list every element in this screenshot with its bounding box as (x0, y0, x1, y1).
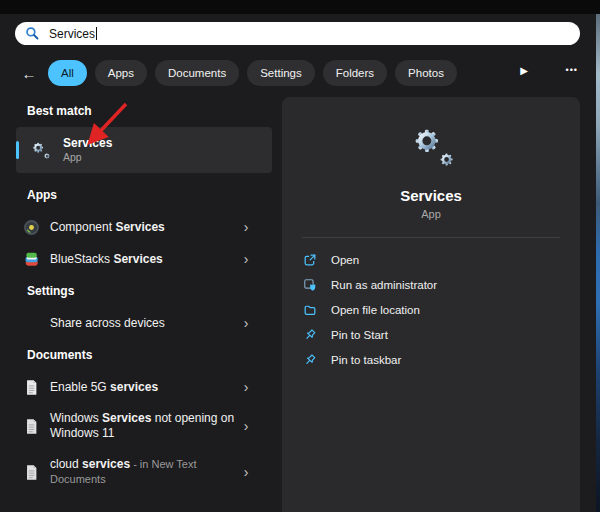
document-icon (22, 418, 40, 435)
open-external-icon (302, 252, 318, 268)
search-filter-bar: ← All Apps Documents Settings Folders Ph… (0, 59, 600, 87)
tab-documents[interactable]: Documents (155, 60, 239, 86)
window-top-edge (0, 0, 600, 14)
detail-subtitle: App (282, 208, 580, 220)
best-match-result-services[interactable]: Services App (16, 127, 272, 173)
action-run-as-administrator[interactable]: Run as administrator (282, 272, 580, 297)
search-input[interactable]: Services (15, 22, 580, 45)
action-label: Run as administrator (331, 279, 437, 291)
tab-settings[interactable]: Settings (247, 60, 315, 86)
result-label: Component Services (50, 220, 238, 235)
tab-apps[interactable]: Apps (95, 60, 147, 86)
action-label: Open (331, 254, 359, 266)
section-heading-best-match: Best match (10, 103, 274, 119)
component-services-icon (22, 219, 40, 236)
action-open-file-location[interactable]: Open file location (282, 297, 580, 322)
action-label: Pin to taskbar (331, 354, 401, 366)
back-button[interactable]: ← (18, 65, 40, 82)
run-as-admin-icon (302, 277, 318, 293)
filter-pills: All Apps Documents Settings Folders Phot… (48, 60, 457, 86)
tab-photos[interactable]: Photos (395, 60, 457, 86)
result-label: Enable 5G services (50, 380, 238, 395)
services-gears-icon-large (404, 121, 458, 171)
result-label: Windows Services not opening on Windows … (50, 411, 238, 441)
result-label: BlueStacks Services (50, 252, 238, 267)
result-detail-panel: Services App Open Run as administrator (282, 97, 580, 512)
result-label: cloud services - in New Text Documents (50, 457, 238, 487)
tab-all[interactable]: All (48, 60, 87, 86)
chevron-right-icon[interactable]: › (238, 316, 254, 330)
selection-accent-bar (16, 141, 19, 159)
divider (302, 237, 560, 238)
action-open[interactable]: Open (282, 247, 580, 272)
chevron-right-icon[interactable]: › (238, 252, 254, 266)
result-component-services[interactable]: Component Services › (10, 215, 274, 239)
section-heading-documents: Documents (10, 347, 274, 363)
pin-icon (302, 352, 318, 368)
services-gears-icon (28, 139, 52, 161)
document-icon (22, 464, 40, 481)
chevron-right-icon[interactable]: › (238, 465, 254, 479)
action-label: Open file location (331, 304, 420, 316)
play-icon[interactable]: ▶ (520, 65, 528, 76)
best-match-title: Services (63, 136, 112, 151)
folder-icon (302, 302, 318, 318)
bluestacks-icon (22, 251, 40, 268)
chevron-right-icon[interactable]: › (238, 380, 254, 394)
result-enable-5g-services[interactable]: Enable 5G services › (10, 375, 274, 399)
result-share-across-devices[interactable]: Share across devices › (10, 311, 274, 335)
result-bluestacks-services[interactable]: BlueStacks Services › (10, 247, 274, 271)
action-pin-to-taskbar[interactable]: Pin to taskbar (282, 347, 580, 372)
section-heading-settings: Settings (10, 283, 274, 299)
search-query-text: Services (49, 27, 95, 41)
tab-folders[interactable]: Folders (323, 60, 387, 86)
result-cloud-services[interactable]: cloud services - in New Text Documents › (10, 453, 274, 491)
action-list: Open Run as administrator Open file loca… (282, 247, 580, 372)
pin-icon (302, 327, 318, 343)
more-options-icon[interactable]: ••• (566, 65, 578, 75)
best-match-subtitle: App (63, 151, 112, 164)
chevron-right-icon[interactable]: › (238, 220, 254, 234)
result-label: Share across devices (50, 316, 238, 331)
action-label: Pin to Start (331, 329, 388, 341)
text-caret (96, 27, 97, 40)
section-heading-apps: Apps (10, 187, 274, 203)
search-icon (25, 26, 40, 41)
desktop-wallpaper-sliver (596, 14, 600, 512)
search-results-list: Best match Services App Apps Component S… (10, 97, 274, 491)
action-pin-to-start[interactable]: Pin to Start (282, 322, 580, 347)
chevron-right-icon[interactable]: › (238, 419, 254, 433)
detail-title: Services (282, 187, 580, 204)
document-icon (22, 379, 40, 396)
result-windows-services-not-opening[interactable]: Windows Services not opening on Windows … (10, 407, 274, 445)
